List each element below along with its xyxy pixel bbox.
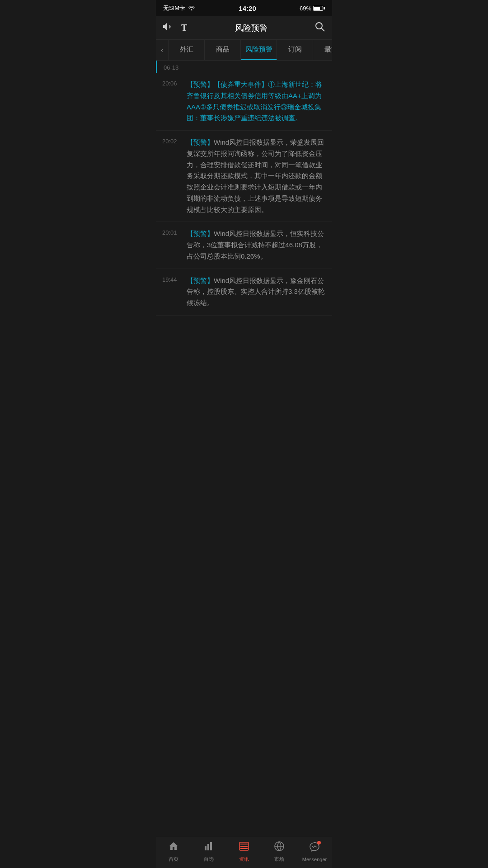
status-bar: 无SIM卡 14:20 69% (156, 0, 332, 16)
svg-point-0 (316, 23, 322, 29)
news-time: 19:44 (162, 275, 182, 283)
news-content-area: 06-13 20:06 【预警】【债券重大事件】①上海新世纪：将齐鲁银行及其相关… (156, 61, 332, 347)
search-icon[interactable] (315, 22, 325, 34)
news-item[interactable]: 20:01 【预警】Wind风控日报数据显示，恒实科技公告称，3位董事拟合计减持… (156, 222, 332, 269)
news-item[interactable]: 19:44 【预警】Wind风控日报数据显示，豫金刚石公告称，控股股东、实控人合… (156, 269, 332, 316)
news-text: 【预警】Wind风控日报数据显示，荣盛发展回复深交所年报问询函称，公司为了降低资… (187, 137, 326, 215)
tab-risk[interactable]: 风险预警 (241, 40, 277, 60)
news-time: 20:02 (162, 137, 182, 145)
header: T 风险预警 (156, 16, 332, 40)
tab-commodity[interactable]: 商品 (205, 40, 241, 60)
status-left: 无SIM卡 (163, 4, 195, 12)
news-item[interactable]: 20:06 【预警】【债券重大事件】①上海新世纪：将齐鲁银行及其相关债券信用等级… (156, 73, 332, 131)
tab-subscribe[interactable]: 订阅 (277, 40, 313, 60)
date-section-header: 06-13 (156, 61, 332, 73)
header-left-icons: T (163, 23, 187, 33)
volume-icon[interactable] (163, 23, 173, 33)
news-text: 【预警】【债券重大事件】①上海新世纪：将齐鲁银行及其相关债券信用等级由AA+上调… (187, 79, 326, 124)
tab-scroll-left[interactable]: ‹ (156, 40, 169, 60)
svg-line-1 (321, 28, 324, 31)
news-time: 20:06 (162, 79, 182, 87)
news-text: 【预警】Wind风控日报数据显示，豫金刚石公告称，控股股东、实控人合计所持3.3… (187, 275, 326, 309)
status-time: 14:20 (239, 5, 256, 12)
tab-hot[interactable]: 最热 (313, 40, 332, 60)
news-list: 20:06 【预警】【债券重大事件】①上海新世纪：将齐鲁银行及其相关债券信用等级… (156, 73, 332, 316)
battery-icon (313, 6, 325, 11)
battery-percentage: 69% (300, 5, 311, 12)
status-right: 69% (300, 5, 325, 12)
news-time: 20:01 (162, 228, 182, 236)
wifi-icon (188, 5, 195, 12)
tab-bar: ‹ 外汇 商品 风险预警 订阅 最热 (156, 40, 332, 61)
carrier-label: 无SIM卡 (163, 4, 185, 12)
tab-forex[interactable]: 外汇 (169, 40, 205, 60)
header-title: 风险预警 (235, 23, 267, 33)
news-item[interactable]: 20:02 【预警】Wind风控日报数据显示，荣盛发展回复深交所年报问询函称，公… (156, 131, 332, 222)
news-text: 【预警】Wind风控日报数据显示，恒实科技公告称，3位董事拟合计减持不超过46.… (187, 228, 326, 262)
font-icon[interactable]: T (181, 23, 187, 33)
